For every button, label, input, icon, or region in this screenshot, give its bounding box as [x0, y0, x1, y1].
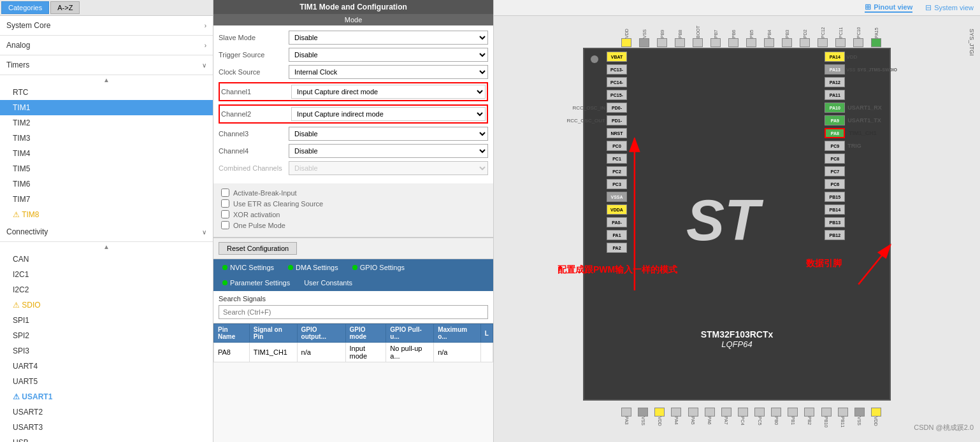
bottom-pin-pb1[interactable]: PB1: [788, 408, 798, 439]
top-pin-pb8[interactable]: PB8: [675, 16, 685, 47]
bottom-pin-pc4[interactable]: PC4: [738, 408, 748, 439]
left-pin-pc13[interactable]: PC13-: [561, 64, 627, 75]
left-pin-pd0[interactable]: RCC_OSC_IN PD0-: [561, 102, 627, 113]
top-pin-pb9[interactable]: PB9: [657, 16, 667, 47]
bottom-pin-pb10[interactable]: PB10: [821, 408, 832, 439]
trigger-source-select[interactable]: Disable: [289, 48, 488, 62]
bottom-pin-pb11[interactable]: PB11: [838, 408, 848, 439]
one-pulse-checkbox[interactable]: [221, 221, 229, 229]
top-pin-boot[interactable]: BOOT: [693, 16, 703, 47]
tab-categories[interactable]: Categories: [1, 1, 49, 14]
sidebar-item-i2c2[interactable]: I2C2: [0, 282, 213, 297]
right-pin-pb14[interactable]: PB14: [825, 204, 897, 215]
use-etr-checkbox[interactable]: [221, 199, 229, 208]
top-pin-pc10[interactable]: PC10: [853, 16, 863, 47]
search-signals-input[interactable]: [219, 305, 488, 319]
tab-gpio-settings[interactable]: GPIO Settings: [347, 262, 410, 273]
top-pin-pc11[interactable]: PC11: [835, 16, 846, 47]
channel2-select[interactable]: Input Capture indirect mode: [291, 107, 486, 121]
right-pin-pb13[interactable]: PB13: [825, 217, 897, 228]
right-pin-pb12[interactable]: PB12: [825, 229, 897, 241]
left-pin-pc2[interactable]: PC2: [561, 166, 627, 177]
right-pin-pc7[interactable]: PC7: [825, 166, 897, 177]
bottom-pin-pa3[interactable]: PA3: [621, 408, 631, 439]
bottom-pin-vdd2[interactable]: VDD: [654, 408, 665, 439]
right-pin-pc9[interactable]: PC9 TRIG: [825, 140, 897, 152]
bottom-pin-pc5[interactable]: PC5: [754, 408, 765, 439]
top-pin-pc12[interactable]: PC12: [818, 16, 828, 47]
sidebar-item-uart4[interactable]: UART4: [0, 359, 213, 374]
top-pin-pb5[interactable]: PB5: [746, 16, 756, 47]
right-pin-pa11[interactable]: PA11: [825, 89, 897, 101]
connectivity-collapse[interactable]: ▲: [0, 242, 213, 252]
right-pin-pa9[interactable]: PA9 USART1_TX: [825, 115, 897, 126]
sidebar-item-usart1[interactable]: ⚠ USART1: [0, 389, 213, 404]
sidebar-section-system-core[interactable]: System Core ›: [0, 16, 213, 36]
clock-source-select[interactable]: Internal Clock: [289, 65, 488, 79]
right-pin-pc6[interactable]: PC6: [825, 178, 897, 190]
top-pin-pb3[interactable]: PB3: [782, 16, 792, 47]
tab-parameter-settings[interactable]: Parameter Settings: [217, 277, 295, 289]
right-pin-pa10[interactable]: PA10 USART1_RX: [825, 102, 897, 113]
sidebar-section-timers[interactable]: Timers ∨: [0, 55, 213, 75]
timers-collapse[interactable]: ▲: [0, 75, 213, 85]
bottom-pin-pa5[interactable]: PA5: [688, 408, 698, 439]
bottom-pin-pa4[interactable]: PA4: [671, 408, 681, 439]
bottom-pin-pa6[interactable]: PA6: [705, 408, 715, 439]
bottom-pin-pb2[interactable]: PB2: [804, 408, 814, 439]
left-pin-pc3[interactable]: PC3: [561, 178, 627, 190]
left-pin-vssa[interactable]: VSSA: [561, 191, 627, 203]
top-pin-vss[interactable]: VSS: [639, 16, 649, 47]
left-pin-pa1[interactable]: PA1: [561, 229, 627, 241]
left-pin-pc14[interactable]: PC14-: [561, 76, 627, 88]
sidebar-item-tim5[interactable]: TIM5: [0, 161, 213, 176]
right-pin-pa8[interactable]: PA8 TIM1_CH1: [825, 127, 897, 139]
sidebar-section-connectivity[interactable]: Connectivity ∨: [0, 222, 213, 242]
tab-atoz[interactable]: A->Z: [50, 1, 80, 14]
bottom-pin-vss3[interactable]: VSS: [854, 408, 865, 439]
sidebar-item-rtc[interactable]: RTC: [0, 85, 213, 100]
sidebar-item-tim8[interactable]: TIM8: [0, 207, 213, 222]
left-pin-pa2[interactable]: PA2: [561, 242, 627, 253]
right-pin-pb15[interactable]: PB15: [825, 191, 897, 203]
slave-mode-select[interactable]: Disable: [289, 31, 488, 45]
sidebar-item-spi3[interactable]: SPI3: [0, 343, 213, 359]
right-pin-pa14[interactable]: PA14 VDD: [825, 51, 897, 62]
tab-dma-settings[interactable]: DMA Settings: [283, 262, 343, 273]
xor-checkbox[interactable]: [221, 210, 229, 218]
left-pin-pd1[interactable]: RCC_OSC_OUT PD1-: [561, 115, 627, 126]
sidebar-item-spi1[interactable]: SPI1: [0, 313, 213, 328]
bottom-pin-vdd3[interactable]: VDD: [871, 408, 881, 439]
bottom-pin-vss2[interactable]: VSS: [638, 408, 648, 439]
system-view-btn[interactable]: ⊟ System view: [925, 3, 974, 13]
left-pin-nrst[interactable]: NRST: [561, 127, 627, 139]
sidebar-item-uart5[interactable]: UART5: [0, 374, 213, 389]
sidebar-section-analog[interactable]: Analog ›: [0, 36, 213, 55]
sidebar-item-can[interactable]: CAN: [0, 252, 213, 267]
left-pin-vbat[interactable]: VBAT: [561, 51, 627, 62]
sidebar-item-sdio[interactable]: SDIO: [0, 297, 213, 313]
left-pin-pc15[interactable]: PC15-: [561, 89, 627, 101]
top-pin-pb4[interactable]: PB4: [764, 16, 774, 47]
activate-break-checkbox[interactable]: [221, 189, 229, 197]
right-pin-pa12[interactable]: PA12: [825, 76, 897, 88]
top-pin-pa15[interactable]: PA15: [871, 16, 881, 47]
channel1-select[interactable]: Input Capture direct mode: [291, 85, 486, 99]
sidebar-item-usb[interactable]: USB: [0, 435, 213, 442]
top-pin-pd2[interactable]: PD2: [800, 16, 810, 47]
combined-channels-select[interactable]: Disable: [289, 161, 488, 175]
pinout-view-btn[interactable]: ⊞ Pinout view: [865, 3, 912, 13]
tab-user-constants[interactable]: User Constants: [299, 277, 357, 289]
channel4-select[interactable]: Disable: [289, 144, 488, 158]
sidebar-item-tim3[interactable]: TIM3: [0, 131, 213, 146]
sidebar-item-tim1[interactable]: TIM1: [0, 100, 213, 115]
sidebar-item-tim7[interactable]: TIM7: [0, 192, 213, 207]
sidebar-item-spi2[interactable]: SPI2: [0, 328, 213, 343]
reset-configuration-button[interactable]: Reset Configuration: [219, 242, 297, 255]
sidebar-item-tim4[interactable]: TIM4: [0, 146, 213, 161]
left-pin-vdda[interactable]: VDDA: [561, 204, 627, 215]
channel3-select[interactable]: Disable: [289, 127, 488, 141]
bottom-pin-pa7[interactable]: PA7: [721, 408, 731, 439]
right-pin-pa13[interactable]: PA13 VSS SYS_JTMS-SWDIO: [825, 64, 897, 75]
top-pin-pb7[interactable]: PB7: [710, 16, 721, 47]
